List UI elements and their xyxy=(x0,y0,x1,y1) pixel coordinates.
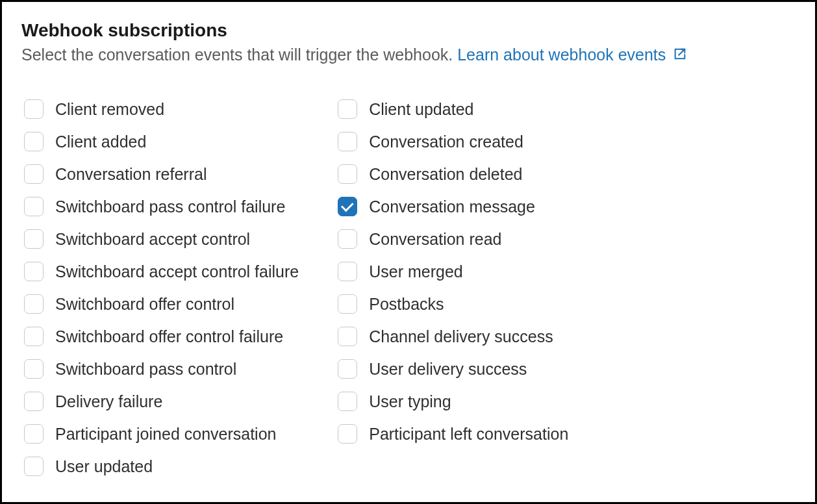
checkbox-row-participant-joined-conversation[interactable]: Participant joined conversation xyxy=(24,424,299,444)
checkbox-column-left: Client removedClient addedConversation r… xyxy=(24,99,299,476)
checkbox-channel-delivery-success[interactable] xyxy=(338,327,357,346)
checkbox-row-switchboard-offer-control-failure[interactable]: Switchboard offer control failure xyxy=(24,327,299,346)
panel-title: Webhook subscriptions xyxy=(21,20,796,41)
checkbox-label: Conversation read xyxy=(369,229,501,249)
checkbox-client-removed[interactable] xyxy=(24,99,44,119)
checkbox-row-switchboard-offer-control[interactable]: Switchboard offer control xyxy=(24,294,299,314)
checkbox-conversation-referral[interactable] xyxy=(24,164,44,184)
checkbox-row-switchboard-accept-control-failure[interactable]: Switchboard accept control failure xyxy=(24,262,299,281)
checkbox-row-user-typing[interactable]: User typing xyxy=(338,392,568,411)
checkbox-switchboard-pass-control-failure[interactable] xyxy=(24,197,44,216)
checkbox-row-conversation-referral[interactable]: Conversation referral xyxy=(24,164,299,184)
checkbox-label: Conversation deleted xyxy=(369,164,522,184)
checkbox-client-updated[interactable] xyxy=(338,99,357,119)
checkbox-label: User delivery success xyxy=(369,359,527,379)
checkbox-participant-joined-conversation[interactable] xyxy=(24,424,44,444)
learn-about-webhook-events-link[interactable]: Learn about webhook events xyxy=(457,45,687,64)
checkbox-label: Participant left conversation xyxy=(369,424,568,444)
checkbox-user-merged[interactable] xyxy=(338,262,357,281)
checkbox-label: Conversation referral xyxy=(55,164,207,184)
checkbox-row-user-delivery-success[interactable]: User delivery success xyxy=(338,359,568,379)
checkbox-label: Switchboard pass control xyxy=(55,359,236,379)
checkbox-row-delivery-failure[interactable]: Delivery failure xyxy=(24,392,299,411)
checkbox-row-client-removed[interactable]: Client removed xyxy=(24,99,299,119)
checkbox-conversation-created[interactable] xyxy=(338,132,357,151)
description-text: Select the conversation events that will… xyxy=(21,45,453,64)
checkbox-label: Switchboard accept control xyxy=(55,229,250,249)
checkbox-switchboard-pass-control[interactable] xyxy=(24,359,44,379)
checkbox-switchboard-offer-control-failure[interactable] xyxy=(24,327,44,346)
checkbox-grid: Client removedClient addedConversation r… xyxy=(21,99,796,476)
checkbox-postbacks[interactable] xyxy=(338,294,357,314)
checkbox-label: Conversation created xyxy=(369,132,523,151)
checkbox-row-client-added[interactable]: Client added xyxy=(24,132,299,151)
checkbox-user-typing[interactable] xyxy=(338,392,357,411)
checkbox-row-user-updated[interactable]: User updated xyxy=(24,457,299,476)
checkbox-conversation-message[interactable] xyxy=(338,197,357,216)
checkbox-row-conversation-message[interactable]: Conversation message xyxy=(338,197,568,216)
external-link-icon xyxy=(673,44,687,67)
checkbox-label: Client updated xyxy=(369,99,473,119)
checkbox-label: Participant joined conversation xyxy=(55,424,276,444)
checkbox-label: Postbacks xyxy=(369,294,444,314)
checkbox-label: Channel delivery success xyxy=(369,327,553,346)
checkbox-label: User merged xyxy=(369,262,463,281)
checkbox-row-switchboard-pass-control-failure[interactable]: Switchboard pass control failure xyxy=(24,197,299,216)
checkbox-row-participant-left-conversation[interactable]: Participant left conversation xyxy=(338,424,568,444)
checkbox-label: Switchboard offer control failure xyxy=(55,327,283,346)
checkbox-conversation-deleted[interactable] xyxy=(338,164,357,184)
checkbox-switchboard-accept-control-failure[interactable] xyxy=(24,262,44,281)
checkbox-user-delivery-success[interactable] xyxy=(338,359,357,379)
checkbox-label: User typing xyxy=(369,392,451,411)
checkbox-label: Delivery failure xyxy=(55,392,162,411)
webhook-subscriptions-panel: Webhook subscriptions Select the convers… xyxy=(0,0,817,504)
checkbox-switchboard-offer-control[interactable] xyxy=(24,294,44,314)
checkbox-label: Client added xyxy=(55,132,146,151)
learn-link-text: Learn about webhook events xyxy=(457,45,666,64)
checkbox-label: User updated xyxy=(55,457,153,476)
checkbox-client-added[interactable] xyxy=(24,132,44,151)
checkbox-column-right: Client updatedConversation createdConver… xyxy=(338,99,568,476)
checkbox-label: Switchboard offer control xyxy=(55,294,234,314)
checkbox-row-user-merged[interactable]: User merged xyxy=(338,262,568,281)
checkbox-switchboard-accept-control[interactable] xyxy=(24,229,44,249)
checkbox-label: Conversation message xyxy=(369,197,535,216)
checkbox-row-switchboard-accept-control[interactable]: Switchboard accept control xyxy=(24,229,299,249)
checkbox-participant-left-conversation[interactable] xyxy=(338,424,357,444)
checkbox-row-conversation-created[interactable]: Conversation created xyxy=(338,132,568,151)
checkbox-label: Switchboard accept control failure xyxy=(55,262,299,281)
checkbox-delivery-failure[interactable] xyxy=(24,392,44,411)
checkbox-label: Client removed xyxy=(55,99,164,119)
checkbox-conversation-read[interactable] xyxy=(338,229,357,249)
checkbox-row-client-updated[interactable]: Client updated xyxy=(338,99,568,119)
checkbox-row-conversation-read[interactable]: Conversation read xyxy=(338,229,568,249)
checkbox-label: Switchboard pass control failure xyxy=(55,197,285,216)
checkbox-user-updated[interactable] xyxy=(24,457,44,476)
checkbox-row-switchboard-pass-control[interactable]: Switchboard pass control xyxy=(24,359,299,379)
checkbox-row-conversation-deleted[interactable]: Conversation deleted xyxy=(338,164,568,184)
checkbox-row-channel-delivery-success[interactable]: Channel delivery success xyxy=(338,327,568,346)
panel-description: Select the conversation events that will… xyxy=(21,44,796,67)
checkbox-row-postbacks[interactable]: Postbacks xyxy=(338,294,568,314)
